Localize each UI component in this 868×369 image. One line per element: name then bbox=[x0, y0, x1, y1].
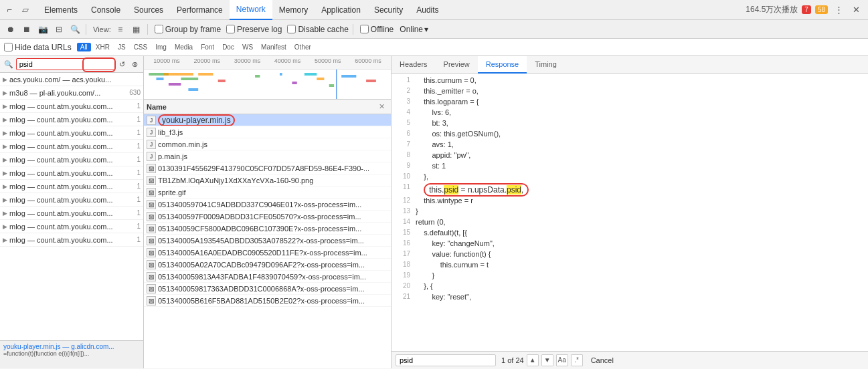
prev-match-btn[interactable]: ▲ bbox=[527, 354, 539, 366]
filter-type-btn[interactable]: WS bbox=[239, 43, 256, 51]
offline-checkbox[interactable]: Offline bbox=[360, 25, 394, 34]
line-number: 1 bbox=[394, 76, 410, 84]
hide-data-urls-input[interactable] bbox=[4, 43, 13, 51]
sidebar-list-item[interactable]: ▶ mlog — count.atm.youku.com... 1 bbox=[0, 166, 143, 180]
stop-btn[interactable]: ⏹ bbox=[20, 23, 33, 36]
net-list-item[interactable]: ▨0513400597041C9ADBDD337C9046E01?x-oss-p… bbox=[144, 199, 391, 211]
close-icon[interactable]: ✕ bbox=[849, 3, 863, 17]
tab-performance[interactable]: Performance bbox=[170, 0, 230, 20]
search-icon[interactable]: 🔍 bbox=[68, 23, 82, 36]
next-match-btn[interactable]: ▼ bbox=[541, 354, 553, 366]
preserve-log-checkbox[interactable]: Preserve log bbox=[226, 25, 282, 34]
right-panel: Headers Preview Response Timing 1 this.c… bbox=[392, 56, 868, 368]
tab-audits[interactable]: Audits bbox=[410, 0, 445, 20]
close-col-icon[interactable]: ✕ bbox=[379, 102, 388, 111]
sidebar-list-item[interactable]: ▶ mlog — count.atm.youku.com... 1 bbox=[0, 100, 143, 113]
net-list-item[interactable]: ▨0513400059813A43FADBA1F4839070459?x-oss… bbox=[144, 271, 391, 283]
net-list-item[interactable]: ▨051340005B616F5BAD881AD5150B2E02?x-oss-… bbox=[144, 295, 391, 307]
filter-type-btn[interactable]: CSS bbox=[131, 43, 151, 51]
throttle-dropdown[interactable]: Online ▾ bbox=[396, 23, 432, 35]
refresh-icon[interactable]: ↺ bbox=[117, 59, 128, 70]
hide-data-urls-label: Hide data URLs bbox=[15, 43, 72, 52]
sidebar-bottom-link[interactable]: youku-player.min.js — g.alicdn.com... bbox=[3, 343, 140, 350]
net-list-item[interactable]: ▨051340059CF5800ADBC096BC107390E?x-oss-p… bbox=[144, 223, 391, 235]
file-name: sprite.gif bbox=[158, 189, 388, 197]
filter-type-btn[interactable]: Media bbox=[171, 43, 196, 51]
record-btn[interactable]: ⏺ bbox=[4, 23, 17, 36]
net-list-item[interactable]: Jyouku-player.min.js bbox=[144, 114, 391, 126]
dock-icon[interactable]: ⌐ bbox=[3, 3, 16, 17]
sidebar-list-item[interactable]: ▶ mlog — count.atm.youku.com... 1 bbox=[0, 140, 143, 153]
filter-types: AllXHRJSCSSImgMediaFontDocWSManifestOthe… bbox=[77, 43, 315, 51]
net-list-item[interactable]: ▨sprite.gif bbox=[144, 187, 391, 199]
net-list-item[interactable]: Jcommon.min.js bbox=[144, 138, 391, 150]
timeline-tick: 30000 ms bbox=[227, 57, 267, 64]
timeline-ruler: 10000 ms20000 ms30000 ms40000 ms50000 ms… bbox=[144, 56, 391, 70]
filter-type-btn[interactable]: JS bbox=[114, 43, 129, 51]
bottom-search-input[interactable] bbox=[396, 354, 496, 366]
filter-type-btn[interactable]: Manifest bbox=[258, 43, 290, 51]
net-list-item[interactable]: ▨0513400597F0009ADBDD31CFE050570?x-oss-p… bbox=[144, 211, 391, 223]
tab-timing[interactable]: Timing bbox=[527, 56, 565, 74]
responsive-icon[interactable]: ▱ bbox=[19, 3, 32, 17]
match-case-btn[interactable]: Aa bbox=[556, 354, 568, 366]
tab-preview[interactable]: Preview bbox=[436, 56, 478, 74]
more-options-icon[interactable]: ⋮ bbox=[832, 3, 845, 17]
clear-icon[interactable]: ⊗ bbox=[129, 59, 140, 70]
net-list-item[interactable]: Jp.main.js bbox=[144, 150, 391, 162]
tab-application[interactable]: Application bbox=[315, 0, 367, 20]
preserve-log-input[interactable] bbox=[226, 25, 235, 33]
disable-cache-input[interactable] bbox=[287, 25, 296, 33]
sidebar-list-item[interactable]: ▶ m3u8 — pl-ali.youku.com/... 630 bbox=[0, 86, 143, 100]
video-icon[interactable]: 📷 bbox=[36, 23, 50, 36]
tab-headers[interactable]: Headers bbox=[392, 56, 436, 74]
search-magnifier-icon[interactable]: 🔍 bbox=[3, 59, 14, 70]
offline-input[interactable] bbox=[360, 25, 369, 33]
group-by-frame-input[interactable] bbox=[155, 25, 163, 33]
sidebar-list-item[interactable]: ▶ mlog — count.atm.youku.com... 1 bbox=[0, 180, 143, 193]
tab-network[interactable]: Network bbox=[230, 0, 272, 20]
net-list-item[interactable]: Jlib_f3.js bbox=[144, 126, 391, 138]
cancel-search-btn[interactable]: Cancel bbox=[586, 355, 619, 366]
tab-response[interactable]: Response bbox=[478, 56, 527, 74]
code-line: 17 value: function(t) { bbox=[392, 250, 868, 261]
net-list-item[interactable]: ▨051340005A16A0EDADBC0905520D11FE?x-oss-… bbox=[144, 247, 391, 259]
sidebar-list-item[interactable]: ▶ mlog — count.atm.youku.com... 1 bbox=[0, 233, 143, 247]
filter-type-btn[interactable]: XHR bbox=[92, 43, 113, 51]
sidebar-list-item[interactable]: ▶ mlog — count.atm.youku.com... 1 bbox=[0, 220, 143, 233]
item-count: 1 bbox=[137, 116, 141, 123]
svg-rect-2 bbox=[164, 73, 193, 76]
tab-sources[interactable]: Sources bbox=[127, 0, 170, 20]
search-input[interactable] bbox=[16, 58, 115, 70]
sidebar-list-item[interactable]: ▶ mlog — count.atm.youku.com... 1 bbox=[0, 113, 143, 126]
group-by-frame-checkbox[interactable]: Group by frame bbox=[155, 25, 221, 34]
filter-type-btn[interactable]: Other bbox=[291, 43, 315, 51]
net-list-item[interactable]: ▨051340005A02A70CADBc09479D096AF2?x-oss-… bbox=[144, 259, 391, 271]
line-number: 16 bbox=[394, 239, 410, 247]
sidebar-list-item[interactable]: ▶ mlog — count.atm.youku.com... 1 bbox=[0, 126, 143, 140]
filter-type-btn[interactable]: Img bbox=[152, 43, 170, 51]
regex-btn[interactable]: .* bbox=[571, 354, 583, 366]
tab-security[interactable]: Security bbox=[367, 0, 410, 20]
screenshot-btn[interactable]: ▦ bbox=[130, 23, 143, 36]
hide-data-urls-checkbox[interactable]: Hide data URLs bbox=[4, 43, 72, 52]
filter-type-btn[interactable]: Font bbox=[197, 43, 218, 51]
sidebar-list-item[interactable]: ▶ mlog — count.atm.youku.com... 1 bbox=[0, 207, 143, 220]
net-list-item[interactable]: ▨0130391F455629F413790C05CF07DD57A8FD59-… bbox=[144, 162, 391, 174]
net-list-item[interactable]: ▨TB1ZbM.lOqAXuNjy1XdXXaYcVXa-160-90.png bbox=[144, 174, 391, 187]
main-nav: Elements Console Sources Performance Net… bbox=[37, 0, 446, 20]
disable-cache-checkbox[interactable]: Disable cache bbox=[287, 25, 348, 34]
list-view-btn[interactable]: ≡ bbox=[114, 23, 127, 36]
sidebar-list-item[interactable]: ▶ acs.youku.com/ — acs.youku... bbox=[0, 73, 143, 86]
net-list-item[interactable]: ▨0513400059817363ADBDD31C0006868A?x-oss-… bbox=[144, 283, 391, 295]
tab-console[interactable]: Console bbox=[84, 0, 127, 20]
filter-type-btn[interactable]: Doc bbox=[219, 43, 238, 51]
filter-type-btn[interactable]: All bbox=[77, 43, 91, 51]
sidebar-list-item[interactable]: ▶ mlog — count.atm.youku.com... 1 bbox=[0, 193, 143, 207]
tab-memory[interactable]: Memory bbox=[272, 0, 315, 20]
sidebar-list-item[interactable]: ▶ mlog — count.atm.youku.com... 1 bbox=[0, 153, 143, 166]
code-line: 14return (0, bbox=[392, 218, 868, 229]
net-list-item[interactable]: ▨051340005A193545ADBDD3053A078522?x-oss-… bbox=[144, 235, 391, 247]
tab-elements[interactable]: Elements bbox=[37, 0, 84, 20]
filter-icon[interactable]: ⊟ bbox=[52, 23, 66, 36]
